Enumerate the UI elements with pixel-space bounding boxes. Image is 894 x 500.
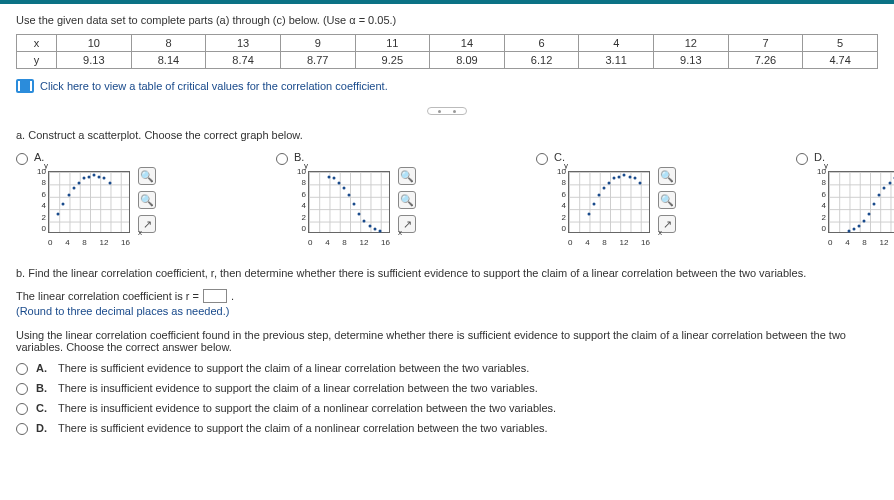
round-hint: (Round to three decimal places as needed…: [16, 305, 878, 317]
table-cell: 7.26: [728, 52, 803, 69]
option-D-radio[interactable]: [796, 153, 808, 165]
option-label: A.: [34, 151, 156, 163]
zoom-in-icon[interactable]: 🔍: [658, 167, 676, 185]
mc-text: There is insufficient evidence to suppor…: [58, 402, 556, 414]
option-B-radio[interactable]: [276, 153, 288, 165]
table-cell: 6: [504, 35, 579, 52]
option-A-radio[interactable]: [16, 153, 28, 165]
mc-text: There is sufficient evidence to support …: [58, 362, 529, 374]
part-b-header: b. Find the linear correlation coefficie…: [16, 267, 878, 279]
zoom-out-icon[interactable]: 🔍: [138, 191, 156, 209]
mc-D-radio[interactable]: [16, 423, 28, 435]
zoom-out-icon[interactable]: 🔍: [398, 191, 416, 209]
mc-text: There is sufficient evidence to support …: [58, 422, 548, 434]
table-cell: 9: [280, 35, 355, 52]
part-a-header: a. Construct a scatterplot. Choose the c…: [16, 129, 878, 141]
zoom-in-icon[interactable]: 🔍: [398, 167, 416, 185]
coef-label: The linear correlation coefficient is r …: [16, 290, 199, 302]
coef-post: .: [231, 290, 234, 302]
book-icon: [16, 79, 34, 93]
table-cell: 8.77: [280, 52, 355, 69]
option-label: C.: [554, 151, 676, 163]
table-cell: 5: [803, 35, 878, 52]
mc-C-radio[interactable]: [16, 403, 28, 415]
scatter-B: yx10864200481216: [294, 167, 394, 247]
table-cell: y: [17, 52, 57, 69]
data-table: x1081391114641275 y9.138.148.748.779.258…: [16, 34, 878, 69]
scatter-A: yx10864200481216: [34, 167, 134, 247]
mc-B-radio[interactable]: [16, 383, 28, 395]
mc-text: There is insufficient evidence to suppor…: [58, 382, 538, 394]
table-cell: 10: [57, 35, 132, 52]
table-cell: 9.13: [654, 52, 729, 69]
table-cell: 8: [131, 35, 206, 52]
table-cell: 8.74: [206, 52, 281, 69]
table-cell: x: [17, 35, 57, 52]
table-cell: 7: [728, 35, 803, 52]
table-cell: 6.12: [504, 52, 579, 69]
table-cell: 14: [430, 35, 505, 52]
table-cell: 9.13: [57, 52, 132, 69]
mc-letter: C.: [36, 402, 50, 414]
table-cell: 8.14: [131, 52, 206, 69]
option-C-radio[interactable]: [536, 153, 548, 165]
zoom-in-icon[interactable]: 🔍: [138, 167, 156, 185]
expand-toggle[interactable]: [427, 107, 467, 115]
table-cell: 9.25: [355, 52, 430, 69]
scatter-D: yx10864200481216: [814, 167, 894, 247]
zoom-out-icon[interactable]: 🔍: [658, 191, 676, 209]
critical-values-link[interactable]: Click here to view a table of critical v…: [40, 80, 388, 92]
table-cell: 12: [654, 35, 729, 52]
evidence-question: Using the linear correlation coefficient…: [16, 329, 878, 353]
table-cell: 13: [206, 35, 281, 52]
mc-A-radio[interactable]: [16, 363, 28, 375]
mc-letter: D.: [36, 422, 50, 434]
option-label: B.: [294, 151, 416, 163]
table-cell: 4.74: [803, 52, 878, 69]
mc-letter: A.: [36, 362, 50, 374]
intro-text: Use the given data set to complete parts…: [16, 14, 878, 26]
table-cell: 4: [579, 35, 654, 52]
table-cell: 8.09: [430, 52, 505, 69]
table-cell: 3.11: [579, 52, 654, 69]
mc-letter: B.: [36, 382, 50, 394]
table-cell: 11: [355, 35, 430, 52]
r-input[interactable]: [203, 289, 227, 303]
scatter-C: yx10864200481216: [554, 167, 654, 247]
